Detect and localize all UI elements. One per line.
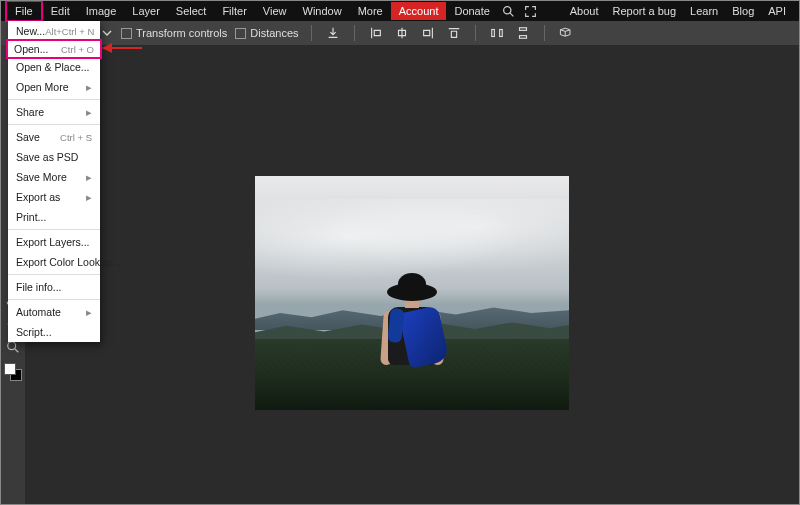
menu-automate[interactable]: Automate▸ — [8, 302, 100, 322]
link-about[interactable]: About — [563, 2, 606, 20]
separator — [311, 25, 312, 41]
menu-donate[interactable]: Donate — [446, 2, 497, 20]
menu-window[interactable]: Window — [295, 2, 350, 20]
distances-label: Distances — [250, 27, 298, 39]
menu-label: File info... — [16, 281, 62, 293]
menubar: File Edit Image Layer Select Filter View… — [1, 1, 799, 21]
menu-save-more[interactable]: Save More▸ — [8, 167, 100, 187]
svg-rect-4 — [519, 28, 526, 31]
align-left-icon[interactable] — [367, 24, 385, 42]
menu-select[interactable]: Select — [168, 2, 215, 20]
separator — [8, 274, 100, 275]
svg-rect-3 — [499, 30, 502, 37]
menu-export-color-lookup[interactable]: Export Color Lookup... — [8, 252, 100, 272]
menu-label: Export as — [16, 191, 60, 203]
separator — [8, 299, 100, 300]
submenu-arrow-icon: ▸ — [86, 171, 92, 183]
separator — [8, 99, 100, 100]
menu-open-more[interactable]: Open More▸ — [8, 77, 100, 97]
menu-label: Script... — [16, 326, 52, 338]
menu-open-place[interactable]: Open & Place... — [8, 57, 100, 77]
submenu-arrow-icon: ▸ — [86, 306, 92, 318]
document-canvas[interactable] — [255, 176, 569, 410]
menu-label: Open... — [14, 43, 48, 55]
menu-image[interactable]: Image — [78, 2, 125, 20]
menu-label: New... — [16, 25, 45, 37]
menu-save[interactable]: SaveCtrl + S — [8, 127, 100, 147]
svg-line-9 — [15, 349, 19, 353]
menu-account[interactable]: Account — [391, 2, 447, 20]
link-learn[interactable]: Learn — [683, 2, 725, 20]
menu-print[interactable]: Print... — [8, 207, 100, 227]
canvas-area[interactable] — [25, 45, 799, 504]
distribute-v-icon[interactable] — [514, 24, 532, 42]
link-api[interactable]: API — [761, 2, 793, 20]
shortcut-label: Alt+Ctrl + N — [45, 26, 94, 37]
callout-arrow-icon — [102, 41, 142, 55]
separator — [544, 25, 545, 41]
menu-script[interactable]: Script... — [8, 322, 100, 342]
color-swatches[interactable] — [4, 363, 22, 381]
separator — [475, 25, 476, 41]
foreground-color-swatch[interactable] — [4, 363, 16, 375]
transform-label: Transform controls — [136, 27, 227, 39]
submenu-arrow-icon: ▸ — [86, 81, 92, 93]
transform-3d-icon[interactable] — [557, 24, 575, 42]
menu-label: Save More — [16, 171, 67, 183]
distances-toggle[interactable]: Distances — [235, 27, 298, 39]
menu-new[interactable]: New...Alt+Ctrl + N — [8, 21, 100, 41]
image-content — [364, 283, 460, 409]
shortcut-label: Ctrl + O — [61, 44, 94, 55]
menu-file[interactable]: File — [5, 0, 43, 22]
menu-label: Share — [16, 106, 44, 118]
download-icon[interactable] — [324, 24, 342, 42]
link-report-bug[interactable]: Report a bug — [605, 2, 683, 20]
menu-layer[interactable]: Layer — [124, 2, 168, 20]
svg-line-1 — [511, 13, 514, 16]
menu-save-psd[interactable]: Save as PSD — [8, 147, 100, 167]
separator — [8, 229, 100, 230]
checkbox-icon — [121, 28, 132, 39]
menu-more[interactable]: More — [350, 2, 391, 20]
svg-point-0 — [504, 6, 511, 13]
menu-edit[interactable]: Edit — [43, 2, 78, 20]
menu-label: Print... — [16, 211, 46, 223]
distribute-h-icon[interactable] — [488, 24, 506, 42]
menu-label: Save — [16, 131, 40, 143]
submenu-arrow-icon: ▸ — [86, 106, 92, 118]
svg-rect-5 — [519, 36, 526, 39]
shortcut-label: Ctrl + S — [60, 132, 92, 143]
menu-export-layers[interactable]: Export Layers... — [8, 232, 100, 252]
align-right-icon[interactable] — [419, 24, 437, 42]
separator — [354, 25, 355, 41]
link-blog[interactable]: Blog — [725, 2, 761, 20]
chevron-down-icon[interactable] — [101, 28, 113, 38]
menu-export-as[interactable]: Export as▸ — [8, 187, 100, 207]
align-center-h-icon[interactable] — [393, 24, 411, 42]
menu-label: Automate — [16, 306, 61, 318]
transform-controls-toggle[interactable]: Transform controls — [121, 27, 227, 39]
file-dropdown: New...Alt+Ctrl + N Open...Ctrl + O Open … — [8, 21, 100, 342]
menu-label: Export Layers... — [16, 236, 90, 248]
align-top-icon[interactable] — [445, 24, 463, 42]
fullscreen-icon[interactable] — [523, 3, 539, 19]
submenu-arrow-icon: ▸ — [86, 191, 92, 203]
menu-share[interactable]: Share▸ — [8, 102, 100, 122]
svg-marker-7 — [102, 43, 112, 53]
search-icon[interactable] — [501, 3, 517, 19]
svg-rect-2 — [491, 30, 494, 37]
menu-label: Open & Place... — [16, 61, 90, 73]
menu-label: Save as PSD — [16, 151, 78, 163]
menu-open[interactable]: Open...Ctrl + O — [6, 39, 102, 59]
menu-file-info[interactable]: File info... — [8, 277, 100, 297]
separator — [8, 124, 100, 125]
menu-label: Open More — [16, 81, 69, 93]
menu-view[interactable]: View — [255, 2, 295, 20]
menu-filter[interactable]: Filter — [214, 2, 254, 20]
menu-label: Export Color Lookup... — [16, 256, 120, 268]
svg-point-8 — [8, 342, 16, 350]
checkbox-icon — [235, 28, 246, 39]
